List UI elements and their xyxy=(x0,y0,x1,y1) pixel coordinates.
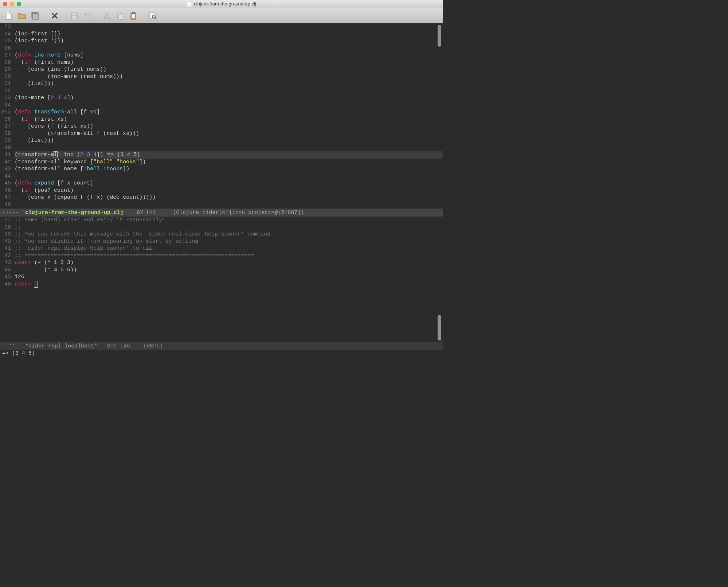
window-title: clojure-from-the-ground-up.clj xyxy=(187,1,256,7)
svg-rect-2 xyxy=(73,13,75,15)
open-file-icon[interactable] xyxy=(17,11,27,21)
svg-point-5 xyxy=(108,17,110,19)
svg-rect-3 xyxy=(73,16,76,19)
scroll-thumb-top[interactable] xyxy=(438,25,441,47)
svg-point-4 xyxy=(104,17,106,19)
window-title-text: clojure-from-the-ground-up.clj xyxy=(194,1,256,7)
window-controls xyxy=(3,2,21,6)
modeline-bot: -:**- *cider-repl localhost* Bot L46 (RE… xyxy=(0,342,443,350)
minimize-window-button[interactable] xyxy=(10,2,14,6)
titlebar: clojure-from-the-ground-up.clj xyxy=(0,0,443,8)
buffer-mode: (Clojure cider[clj:<no project>@:51887]) xyxy=(173,210,304,216)
repl-modified-indicator: -:**- xyxy=(2,343,19,349)
close-icon[interactable] xyxy=(50,11,60,21)
repl-buffer-name: *cider-repl localhost* xyxy=(25,343,97,349)
buffer-modified-indicator: -:--- xyxy=(2,210,19,216)
buffer-name: clojure-from-the-ground-up.clj xyxy=(25,210,124,216)
scrollbar-bot[interactable] xyxy=(438,217,442,342)
repl-position: Bot L46 xyxy=(107,343,130,349)
source-code[interactable]: (inc-first [])(inc-first '())(defn inc-m… xyxy=(15,23,443,208)
modeline-top: -:--- clojure-from-the-ground-up.clj 6% … xyxy=(0,209,443,217)
search-icon[interactable] xyxy=(148,11,158,21)
svg-rect-9 xyxy=(132,12,134,13)
svg-rect-1 xyxy=(33,13,39,19)
svg-rect-7 xyxy=(119,14,123,19)
toolbar xyxy=(0,8,443,23)
file-icon xyxy=(187,1,192,7)
repl-pane[interactable]: 37383940414243444546 ;; some (hard) cide… xyxy=(0,217,443,342)
minibuffer: => (3 4 5) xyxy=(0,350,443,357)
source-pane[interactable]: 23242526272829303132333435▮3637383940414… xyxy=(0,23,443,209)
repl-mode: (REPL) xyxy=(143,343,163,349)
editor-area: 23242526272829303132333435▮3637383940414… xyxy=(0,23,443,357)
cut-icon[interactable] xyxy=(102,11,112,21)
svg-rect-10 xyxy=(132,14,135,18)
save-icon[interactable] xyxy=(69,11,79,21)
scroll-thumb-bot[interactable] xyxy=(438,315,441,341)
undo-icon[interactable] xyxy=(82,11,93,21)
buffer-position: 6% L41 xyxy=(137,210,156,216)
close-window-button[interactable] xyxy=(3,2,7,6)
copy-icon[interactable] xyxy=(115,11,125,21)
paste-icon[interactable] xyxy=(128,11,138,21)
line-numbers-bot: 37383940414243444546 xyxy=(0,217,13,288)
zoom-window-button[interactable] xyxy=(17,2,21,6)
line-numbers-top: 23242526272829303132333435▮3637383940414… xyxy=(0,23,13,208)
new-file-icon[interactable] xyxy=(4,11,14,21)
save-all-icon[interactable] xyxy=(30,11,40,21)
minibuffer-text: => (3 4 5) xyxy=(2,350,35,357)
repl-code[interactable]: ;; some (hard) cider and enjoy it respon… xyxy=(15,217,443,288)
scrollbar-top[interactable] xyxy=(438,23,442,209)
